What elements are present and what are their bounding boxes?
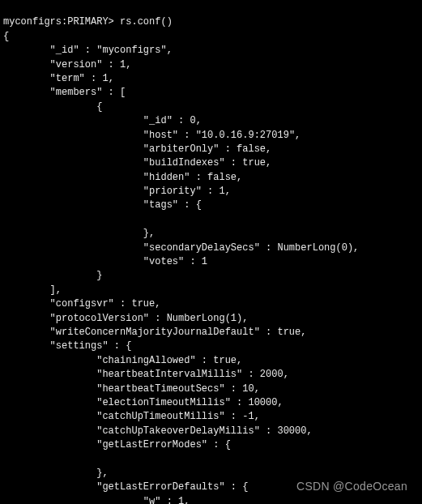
prompt-line: myconfigrs:PRIMARY> rs.conf() bbox=[3, 16, 173, 28]
terminal-output[interactable]: myconfigrs:PRIMARY> rs.conf() { "_id" : … bbox=[0, 0, 422, 504]
json-open: { bbox=[3, 31, 9, 42]
